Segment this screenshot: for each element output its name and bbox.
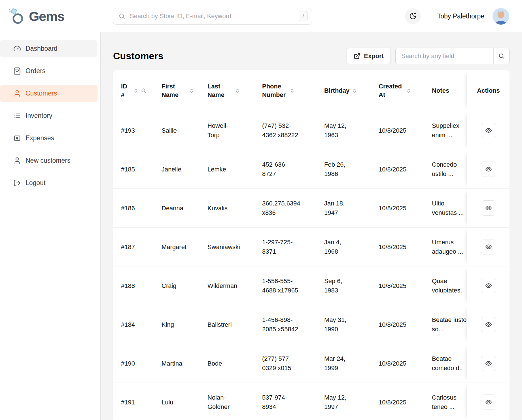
cell-id: #190 xyxy=(113,344,154,383)
cell-notes: Beatae iusto so... xyxy=(424,305,467,344)
cell-last-name: Kuvalis xyxy=(200,189,254,227)
cell-first-name: Sallie xyxy=(154,111,200,150)
cell-id: #193 xyxy=(113,111,154,150)
view-customer-button[interactable] xyxy=(481,356,496,371)
cell-first-name: Deanna xyxy=(154,189,200,227)
cell-phone: 537-974-8934 xyxy=(254,383,316,420)
column-search-icon[interactable] xyxy=(141,88,146,93)
cell-actions xyxy=(467,305,510,344)
logout-icon xyxy=(13,179,21,187)
column-header-phone[interactable]: Phone Number xyxy=(254,70,316,111)
view-customer-button[interactable] xyxy=(481,239,496,254)
cell-birthday: May 31, 1990 xyxy=(316,305,371,344)
cell-notes: Suppellex enim ... xyxy=(424,111,467,150)
global-search[interactable]: / xyxy=(113,8,312,25)
sidebar: Dashboard Orders Customers xyxy=(0,32,101,420)
view-customer-button[interactable] xyxy=(481,394,496,410)
yen-banknote-icon xyxy=(13,134,21,142)
ring-logo-icon xyxy=(8,7,26,25)
cell-first-name: Craig xyxy=(154,266,200,305)
cell-notes: Cariosus teneo ... xyxy=(424,383,467,420)
table-search-input[interactable] xyxy=(396,48,493,64)
cell-last-name: Balistreri xyxy=(200,305,254,344)
cell-notes: Ultio venustas ... xyxy=(424,189,467,227)
customers-table: ID # First Name Last Name xyxy=(113,70,510,420)
cell-birthday: Jan 18, 1947 xyxy=(316,189,371,227)
table-search[interactable] xyxy=(395,48,510,64)
sidebar-item-logout[interactable]: Logout xyxy=(0,174,97,192)
table-row: #188 Craig Wilderman 1-556-555-4688 x179… xyxy=(113,266,510,305)
eye-icon xyxy=(485,321,492,328)
cell-id: #186 xyxy=(113,189,154,227)
brand: Gems xyxy=(0,7,101,25)
view-customer-button[interactable] xyxy=(481,278,496,293)
eye-icon xyxy=(485,282,492,289)
cell-actions xyxy=(467,111,510,150)
cell-birthday: May 12, 1963 xyxy=(316,111,371,150)
sort-icon[interactable] xyxy=(189,88,194,93)
column-label: Created At xyxy=(379,82,404,99)
sidebar-item-customers[interactable]: Customers xyxy=(0,85,97,102)
column-label: Last Name xyxy=(207,82,232,99)
dark-mode-toggle[interactable] xyxy=(405,8,421,24)
sidebar-item-label: New customers xyxy=(26,157,70,164)
table-search-button[interactable] xyxy=(493,48,509,64)
view-customer-button[interactable] xyxy=(481,162,496,177)
avatar[interactable] xyxy=(493,8,509,25)
cell-created-at: 10/8/2025 xyxy=(371,305,424,344)
cell-created-at: 10/8/2025 xyxy=(371,266,424,305)
cell-first-name: Janelle xyxy=(154,150,200,188)
export-label: Export xyxy=(364,52,384,60)
cell-notes: Concedo ustilo ... xyxy=(424,150,467,188)
global-search-input[interactable] xyxy=(129,12,295,20)
column-header-id[interactable]: ID # xyxy=(113,70,154,111)
column-label: Phone Number xyxy=(262,82,287,99)
column-header-created-at[interactable]: Created At xyxy=(371,70,424,111)
table-row: #184 King Balistreri 1-456-898-2085 x558… xyxy=(113,305,510,344)
table-row: #185 Janelle Lemke 452-636-8727 Feb 26, … xyxy=(113,150,510,189)
table-row: #193 Sallie Howell-Torp (747) 532-4362 x… xyxy=(113,111,510,150)
shopping-bag-icon xyxy=(13,67,21,75)
column-header-last-name[interactable]: Last Name xyxy=(200,70,254,111)
sort-icon[interactable] xyxy=(133,88,138,93)
table-body: #193 Sallie Howell-Torp (747) 532-4362 x… xyxy=(113,111,510,420)
head-actions: Export xyxy=(347,48,510,64)
cell-notes: Umerus adaugeo ... xyxy=(424,228,467,266)
sort-icon[interactable] xyxy=(235,88,240,93)
eye-icon xyxy=(485,127,492,134)
user-name: Toby Palethorpe xyxy=(437,12,484,20)
cell-actions xyxy=(467,228,510,266)
column-header-birthday[interactable]: Birthday xyxy=(316,70,371,111)
column-label: First Name xyxy=(162,82,186,99)
sidebar-item-orders[interactable]: Orders xyxy=(0,62,97,80)
view-customer-button[interactable] xyxy=(481,200,496,216)
list-icon xyxy=(13,112,21,120)
view-customer-button[interactable] xyxy=(481,317,496,332)
cell-first-name: King xyxy=(154,305,200,344)
brand-name: Gems xyxy=(29,9,64,24)
cell-id: #191 xyxy=(113,383,154,420)
sidebar-item-expenses[interactable]: Expenses xyxy=(0,130,97,147)
column-header-first-name[interactable]: First Name xyxy=(154,70,200,111)
cell-birthday: Feb 26, 1986 xyxy=(316,150,371,188)
cell-id: #184 xyxy=(113,305,154,344)
cell-phone: 1-456-898-2085 x55842 xyxy=(254,305,316,344)
export-button[interactable]: Export xyxy=(347,48,391,64)
page-title: Customers xyxy=(113,50,164,61)
sort-icon[interactable] xyxy=(406,88,411,93)
sidebar-item-new-customers[interactable]: New customers xyxy=(0,152,97,169)
eye-icon xyxy=(485,243,492,250)
cell-phone: 1-556-555-4688 x17965 xyxy=(254,266,316,305)
sort-icon[interactable] xyxy=(290,88,295,93)
sidebar-item-inventory[interactable]: Inventory xyxy=(0,107,97,124)
cell-birthday: Jan 4, 1968 xyxy=(316,228,371,266)
sidebar-item-label: Logout xyxy=(26,179,45,187)
cell-phone: 452-636-8727 xyxy=(254,150,316,188)
column-header-actions: Actions xyxy=(467,70,510,111)
search-icon xyxy=(118,13,125,20)
sort-icon[interactable] xyxy=(352,88,357,93)
view-customer-button[interactable] xyxy=(481,123,496,138)
sidebar-item-dashboard[interactable]: Dashboard xyxy=(0,40,97,57)
cell-last-name: Lemke xyxy=(200,150,254,188)
cell-phone: 1-297-725-8371 xyxy=(254,228,316,266)
